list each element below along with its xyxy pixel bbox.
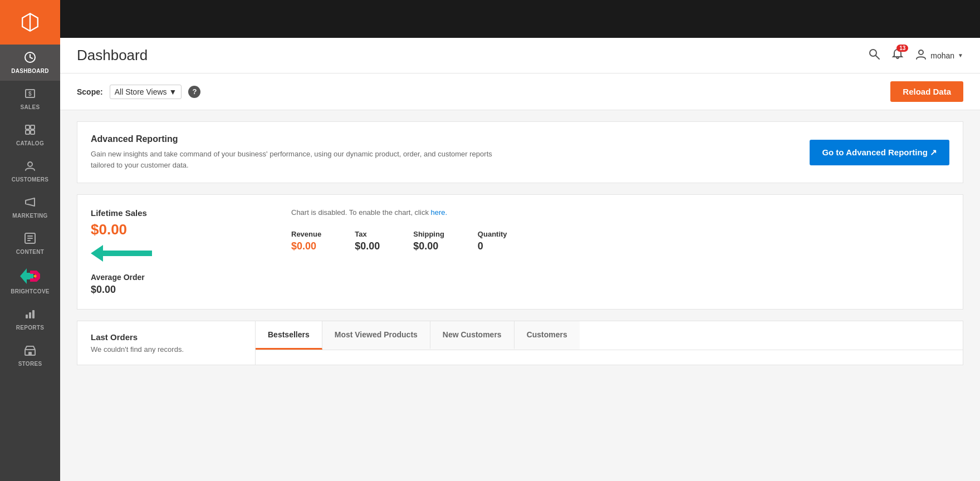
ar-btn-label: Go to Advanced Reporting ↗ <box>822 148 937 158</box>
stats-section: Lifetime Sales $0.00 Average Order <box>77 194 963 310</box>
scope-dropdown-icon: ▼ <box>169 87 177 96</box>
revenue-label: Revenue <box>291 230 321 238</box>
scope-label: Scope: <box>77 87 103 96</box>
marketing-icon <box>24 196 36 210</box>
tabs-section: Bestsellers Most Viewed Products New Cus… <box>256 321 963 365</box>
content-area: Scope: All Store Views ▼ ? Reload Data A… <box>60 73 980 481</box>
svg-rect-14 <box>27 240 31 241</box>
scope-help-button[interactable]: ? <box>188 86 200 98</box>
stats-left: Lifetime Sales $0.00 Average Order <box>91 208 269 296</box>
scope-bar: Scope: All Store Views ▼ ? Reload Data <box>60 73 980 110</box>
teal-arrow-annotation <box>91 243 152 264</box>
user-menu[interactable]: mohan ▼ <box>915 48 963 63</box>
search-button[interactable] <box>868 48 880 63</box>
svg-rect-20 <box>32 310 35 318</box>
sidebar-item-marketing[interactable]: MARKETING <box>0 189 60 225</box>
sidebar-item-dashboard-label: DASHBOARD <box>11 68 49 74</box>
last-orders-no-records: We couldn't find any records. <box>91 345 242 354</box>
metric-shipping: Shipping $0.00 <box>413 230 444 252</box>
advanced-reporting-section: Advanced Reporting Gain new insights and… <box>77 121 963 183</box>
tab-bestsellers-label: Bestsellers <box>268 330 310 339</box>
svg-rect-9 <box>31 130 35 134</box>
svg-rect-13 <box>27 238 33 239</box>
tab-new-customers-label: New Customers <box>443 330 502 339</box>
tab-customers-label: Customers <box>527 330 567 339</box>
sidebar-item-dashboard[interactable]: DASHBOARD <box>0 45 60 81</box>
scope-left: Scope: All Store Views ▼ ? <box>77 85 200 99</box>
svg-rect-19 <box>29 312 31 318</box>
sidebar-item-content[interactable]: CONTENT <box>0 225 60 262</box>
quantity-value: 0 <box>478 240 507 252</box>
shipping-value: $0.00 <box>413 240 444 252</box>
sidebar-item-marketing-label: MARKETING <box>12 213 47 219</box>
advanced-reporting-description: Gain new insights and take command of yo… <box>91 149 514 170</box>
average-order-value: $0.00 <box>91 284 269 296</box>
lifetime-sales-label: Lifetime Sales <box>91 208 269 218</box>
svg-line-24 <box>876 56 880 60</box>
chart-disabled-text: Chart is disabled. To enable the chart, … <box>291 208 431 217</box>
sidebar: DASHBOARD $ SALES CATALOG <box>0 0 60 481</box>
tab-new-customers[interactable]: New Customers <box>430 321 514 350</box>
header-actions: 13 mohan ▼ <box>868 48 963 63</box>
svg-rect-6 <box>26 125 30 129</box>
sidebar-item-customers[interactable]: CUSTOMERS <box>0 153 60 189</box>
dashboard-body: Advanced Reporting Gain new insights and… <box>60 110 980 376</box>
shipping-label: Shipping <box>413 230 444 238</box>
user-avatar-icon <box>915 48 927 63</box>
sidebar-logo[interactable] <box>0 0 60 45</box>
magento-logo-icon <box>17 9 43 35</box>
chart-enable-link[interactable]: here. <box>431 208 448 217</box>
svg-point-25 <box>919 50 923 55</box>
reports-icon <box>24 308 36 322</box>
advanced-reporting-title: Advanced Reporting <box>91 134 514 144</box>
content-icon <box>24 232 36 246</box>
stats-metrics: Revenue $0.00 Tax $0.00 Shipping $0.00 <box>291 230 949 252</box>
sales-icon: $ <box>24 87 36 101</box>
go-to-advanced-reporting-button[interactable]: Go to Advanced Reporting ↗ <box>810 140 949 165</box>
tax-label: Tax <box>355 230 380 238</box>
last-orders-section: Last Orders We couldn't find any records… <box>77 321 256 365</box>
topbar <box>60 0 980 38</box>
person-icon <box>915 48 927 60</box>
notifications-button[interactable]: 13 <box>891 48 904 63</box>
svg-rect-8 <box>26 130 30 134</box>
svg-marker-26 <box>91 245 152 262</box>
sidebar-item-reports[interactable]: REPORTS <box>0 301 60 337</box>
customers-icon <box>24 160 36 174</box>
reload-data-button[interactable]: Reload Data <box>890 81 963 102</box>
tab-most-viewed-label: Most Viewed Products <box>335 330 418 339</box>
metric-revenue: Revenue $0.00 <box>291 230 321 252</box>
sidebar-item-content-label: CONTENT <box>16 249 44 255</box>
search-icon <box>868 48 880 60</box>
sidebar-item-catalog[interactable]: CATALOG <box>0 117 60 153</box>
chart-disabled-message: Chart is disabled. To enable the chart, … <box>291 208 949 217</box>
sidebar-item-catalog-label: CATALOG <box>16 140 44 146</box>
tax-value: $0.00 <box>355 240 380 252</box>
svg-rect-12 <box>27 235 33 237</box>
tab-customers[interactable]: Customers <box>514 321 580 350</box>
last-orders-title: Last Orders <box>91 332 242 342</box>
stats-right: Chart is disabled. To enable the chart, … <box>291 208 949 296</box>
page-title: Dashboard <box>77 47 148 64</box>
average-order-section: Average Order $0.00 <box>91 273 269 296</box>
sidebar-item-brightcove-label: BRIGHTCOVE <box>11 288 50 295</box>
scope-selector[interactable]: All Store Views ▼ <box>110 85 182 99</box>
metric-tax: Tax $0.00 <box>355 230 380 252</box>
sidebar-item-brightcove[interactable]: BRIGHTCOVE <box>0 262 60 301</box>
svg-text:$: $ <box>28 91 32 97</box>
sidebar-item-stores-label: STORES <box>18 361 42 367</box>
average-order-label: Average Order <box>91 273 269 282</box>
tab-most-viewed[interactable]: Most Viewed Products <box>322 321 430 350</box>
sidebar-item-stores[interactable]: STORES <box>0 337 60 374</box>
lifetime-sales-value: $0.00 <box>91 221 269 238</box>
svg-point-10 <box>28 162 32 166</box>
brightcove-icon <box>20 268 40 286</box>
svg-rect-7 <box>31 125 35 129</box>
sidebar-item-sales[interactable]: $ SALES <box>0 81 60 117</box>
revenue-value: $0.00 <box>291 240 321 252</box>
svg-rect-22 <box>28 352 32 355</box>
bottom-section: Last Orders We couldn't find any records… <box>77 321 963 365</box>
quantity-label: Quantity <box>478 230 507 238</box>
tab-bestsellers[interactable]: Bestsellers <box>256 321 322 350</box>
dashboard-icon <box>24 51 36 65</box>
